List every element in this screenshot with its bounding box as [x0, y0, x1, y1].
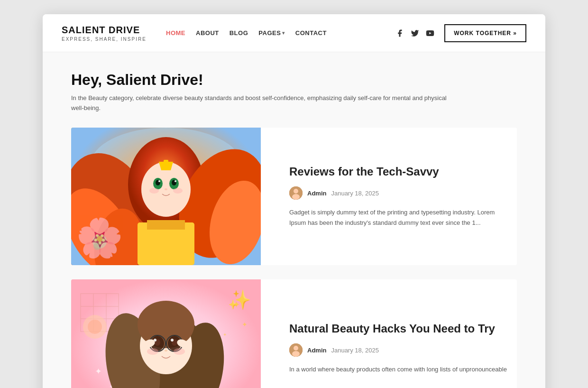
svg-text:✦: ✦: [232, 299, 240, 310]
svg-point-52: [171, 339, 174, 342]
main-nav: HOME ABOUT BLOG PAGES ▾ CONTACT: [166, 29, 395, 37]
twitter-icon[interactable]: [410, 28, 420, 38]
svg-point-18: [173, 188, 183, 194]
svg-point-24: [93, 242, 101, 250]
svg-point-14: [158, 180, 160, 182]
hero-title: Hey, Salient Drive!: [71, 71, 517, 89]
nav-item-about[interactable]: ABOUT: [196, 29, 219, 37]
post-meta-2: Admin January 18, 2025: [289, 343, 507, 357]
nav-item-home[interactable]: HOME: [166, 29, 185, 37]
nav-item-blog[interactable]: BLOG: [230, 29, 248, 37]
browser-window: SALIENT DRIVE EXPRESS, SHARE, INSPIRE HO…: [43, 14, 545, 388]
post-title-2[interactable]: Natural Beauty Hacks You Need to Try: [289, 321, 507, 336]
author-avatar-2: [289, 343, 303, 357]
facebook-icon[interactable]: [395, 28, 404, 38]
post-excerpt-2: In a world where beauty products often c…: [289, 364, 507, 375]
svg-point-60: [174, 348, 185, 355]
pages-dropdown-icon: ▾: [282, 30, 285, 36]
svg-point-23: [92, 234, 107, 249]
post-image-2[interactable]: ✦ ✦ ✦ ✦ ✦: [71, 279, 261, 388]
svg-point-27: [292, 194, 300, 200]
main-content: Hey, Salient Drive! In the Beauty catego…: [43, 52, 545, 388]
author-avatar-1: [289, 186, 303, 200]
svg-text:✦: ✦: [95, 367, 102, 376]
svg-point-64: [292, 351, 300, 357]
svg-point-58: [165, 350, 167, 351]
svg-rect-22: [147, 220, 185, 230]
site-header: SALIENT DRIVE EXPRESS, SHARE, INSPIRE HO…: [43, 14, 545, 52]
svg-point-16: [165, 188, 167, 190]
post-date-1: January 18, 2025: [331, 190, 378, 197]
hero-subtitle: In the Beauty category, celebrate divers…: [71, 93, 450, 113]
svg-point-17: [149, 188, 159, 194]
svg-point-35: [88, 320, 102, 334]
post-title-1[interactable]: Reviews for the Tech-Savvy: [289, 164, 507, 179]
svg-text:✦: ✦: [242, 321, 248, 328]
svg-text:✦: ✦: [223, 332, 227, 337]
post-date-2: January 18, 2025: [331, 347, 378, 354]
svg-rect-20: [164, 160, 168, 165]
post-card-2: ✦ ✦ ✦ ✦ ✦: [71, 279, 517, 388]
svg-point-15: [175, 180, 176, 182]
nav-item-pages[interactable]: PAGES ▾: [258, 29, 285, 37]
nav-item-contact[interactable]: CONTACT: [295, 29, 327, 37]
svg-point-26: [294, 189, 298, 194]
svg-point-63: [294, 346, 298, 351]
post-content-1: Reviews for the Tech-Savvy Admin January…: [280, 128, 517, 265]
svg-point-59: [147, 348, 158, 355]
post-excerpt-1: Gadget is simply dummy text of the print…: [289, 207, 507, 228]
logo-area[interactable]: SALIENT DRIVE EXPRESS, SHARE, INSPIRE: [62, 24, 147, 42]
post-content-2: Natural Beauty Hacks You Need to Try Adm…: [280, 279, 517, 388]
post-meta-1: Admin January 18, 2025: [289, 186, 507, 200]
logo-subtitle: EXPRESS, SHARE, INSPIRE: [62, 37, 147, 42]
social-icons: [395, 28, 435, 38]
work-together-button[interactable]: WORK TOGETHER »: [444, 24, 526, 42]
author-name-1: Admin: [307, 190, 326, 197]
post-card-1: Reviews for the Tech-Savvy Admin January…: [71, 128, 517, 265]
post-image-1[interactable]: [71, 128, 261, 265]
author-name-2: Admin: [307, 347, 326, 354]
youtube-icon[interactable]: [425, 28, 435, 38]
logo-title: SALIENT DRIVE: [62, 24, 147, 36]
